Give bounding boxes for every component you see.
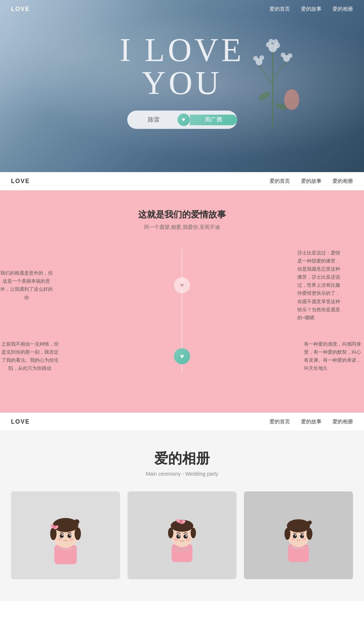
hero-background: I LOVE YOU 陈雷 ♥ 周广腾	[0, 0, 364, 172]
svg-point-29	[57, 538, 62, 540]
timeline-icon-2: ♥	[174, 348, 190, 364]
hero-navbar: LOVE 爱的首页 爱的故事 爱的相册	[0, 0, 364, 18]
cartoon-girl-3	[275, 504, 322, 566]
timeline-left-text-2: 之前我不相信一见钟情，但是见到你的那一刻，我否定了我的看法。我的心为你沦陷，从此…	[0, 340, 60, 372]
svg-point-57	[308, 521, 312, 525]
hero-heart-icon: ♥	[177, 114, 190, 126]
sticky-nav1-album[interactable]: 爱的相册	[333, 178, 353, 185]
album-title: 爱的相册	[11, 449, 353, 468]
svg-point-28	[70, 535, 71, 536]
svg-point-25	[60, 534, 64, 538]
svg-point-33	[53, 525, 56, 528]
svg-point-46	[178, 535, 180, 537]
sticky-nav1-story[interactable]: 爱的故事	[301, 178, 322, 185]
svg-point-30	[69, 538, 74, 540]
sticky-nav-1: LOVE 爱的首页 爱的故事 爱的相册	[0, 172, 364, 190]
love-story-title: 这就是我们的爱情故事	[0, 209, 364, 220]
hero-nav-home[interactable]: 爱的首页	[270, 6, 290, 12]
sticky-nav-links-1: 爱的首页 爱的故事 爱的相册	[270, 178, 353, 185]
svg-point-43	[179, 520, 182, 523]
cartoon-girl-1	[40, 502, 91, 568]
svg-point-59	[300, 534, 304, 538]
svg-line-2	[273, 62, 287, 79]
timeline-left-text-1: 我们的相遇是意外的，但这是一个美丽幸福的意外，让我遇到了这么好的你	[0, 269, 53, 301]
svg-point-27	[62, 535, 63, 536]
timeline: 我们的相遇是意外的，但这是一个美丽幸福的意外，让我遇到了这么好的你 ♥ 莎士比亚…	[0, 249, 364, 372]
svg-point-45	[183, 535, 187, 539]
timeline-item-1: 我们的相遇是意外的，但这是一个美丽幸福的意外，让我遇到了这么好的你 ♥ 莎士比亚…	[0, 249, 364, 322]
svg-point-12	[281, 53, 285, 57]
hero-content: I LOVE YOU 陈雷 ♥ 周广腾	[91, 34, 273, 129]
timeline-text-right-2: 有一种爱的感觉，叫感同身受，有一种爱的默契，叫心有灵犀。有一种爱的承诺，叫天长地…	[282, 340, 364, 372]
svg-point-63	[302, 538, 306, 541]
love-story-header: 这就是我们的爱情故事 同一个愿望,相爱,我爱你,至死不渝	[0, 209, 364, 231]
cartoon-girl-2	[158, 504, 206, 566]
timeline-icon-1: ♥	[174, 277, 190, 293]
svg-point-26	[67, 534, 71, 538]
hero-nav-album[interactable]: 爱的相册	[333, 6, 353, 12]
hero-logo: LOVE	[11, 6, 30, 12]
love-story-section: 这就是我们的爱情故事 同一个愿望,相爱,我爱你,至死不渝 我们的相遇是意外的，但…	[0, 190, 364, 413]
timeline-text-left-1: 我们的相遇是意外的，但这是一个美丽幸福的意外，让我遇到了这么好的你	[0, 269, 75, 301]
svg-point-22	[75, 527, 81, 540]
album-header: 爱的相册 Main ceremony - Wedding party	[11, 449, 353, 477]
svg-point-21	[50, 527, 57, 540]
hero-name-right: 周广腾	[190, 115, 237, 125]
svg-point-24	[74, 519, 79, 524]
sticky-nav2-album[interactable]: 爱的相册	[333, 419, 353, 425]
sticky-nav-2: LOVE 爱的首页 爱的故事 爱的相册	[0, 413, 364, 431]
album-section: 爱的相册 Main ceremony - Wedding party	[0, 431, 364, 601]
sticky-nav2-story[interactable]: 爱的故事	[301, 419, 322, 425]
sticky-nav2-home[interactable]: 爱的首页	[270, 419, 290, 425]
timeline-right-text-1: 莎士比亚说过：爱情是一种甜蜜的痛苦，但是我愿意忍受这种痛苦，莎士比亚还说过，世界…	[297, 249, 342, 322]
hero-name-left: 陈雷	[130, 115, 177, 125]
svg-point-44	[177, 535, 181, 539]
svg-point-60	[295, 535, 296, 536]
svg-point-58	[293, 534, 297, 538]
sticky-logo-1: LOVE	[11, 178, 30, 185]
svg-point-54	[285, 528, 290, 540]
svg-point-62	[291, 538, 295, 541]
svg-point-61	[302, 535, 303, 536]
sticky-logo-2: LOVE	[11, 419, 30, 425]
album-item-3[interactable]	[244, 491, 353, 579]
svg-point-13	[287, 53, 292, 58]
hero-names-bar: 陈雷 ♥ 周广腾	[127, 111, 237, 129]
svg-point-49	[186, 538, 190, 541]
timeline-right-text-2: 有一种爱的感觉，叫感同身受，有一种爱的默契，叫心有灵犀。有一种爱的承诺，叫天长地…	[304, 340, 364, 372]
svg-point-47	[185, 535, 187, 537]
album-item-2[interactable]	[127, 491, 237, 579]
hero-section: LOVE 爱的首页 爱的故事 爱的相册	[0, 0, 364, 172]
svg-point-38	[168, 528, 174, 538]
love-story-subtitle: 同一个愿望,相爱,我爱你,至死不渝	[0, 224, 364, 231]
timeline-item-2: 之前我不相信一见钟情，但是见到你的那一刻，我否定了我的看法。我的心为你沦陷，从此…	[0, 340, 364, 372]
hero-nav-links: 爱的首页 爱的故事 爱的相册	[270, 6, 353, 12]
timeline-text-right-1: 莎士比亚说过：爱情是一种甜蜜的痛苦，但是我愿意忍受这种痛苦，莎士比亚还说过，世界…	[275, 249, 364, 322]
svg-point-7	[273, 39, 278, 45]
album-grid	[11, 491, 353, 579]
sticky-nav-links-2: 爱的首页 爱的故事 爱的相册	[270, 419, 353, 425]
svg-point-39	[191, 528, 196, 538]
svg-point-55	[307, 528, 312, 540]
svg-point-14	[284, 89, 299, 110]
hero-nav-story[interactable]: 爱的故事	[301, 6, 322, 12]
album-subtitle: Main ceremony - Wedding party	[11, 471, 353, 477]
timeline-text-left-2: 之前我不相信一见钟情，但是见到你的那一刻，我否定了我的看法。我的心为你沦陷，从此…	[0, 340, 82, 372]
sticky-nav1-home[interactable]: 爱的首页	[270, 178, 290, 185]
album-item-1[interactable]	[11, 491, 120, 579]
hero-title: I LOVE YOU	[91, 34, 273, 100]
svg-point-48	[174, 538, 178, 541]
